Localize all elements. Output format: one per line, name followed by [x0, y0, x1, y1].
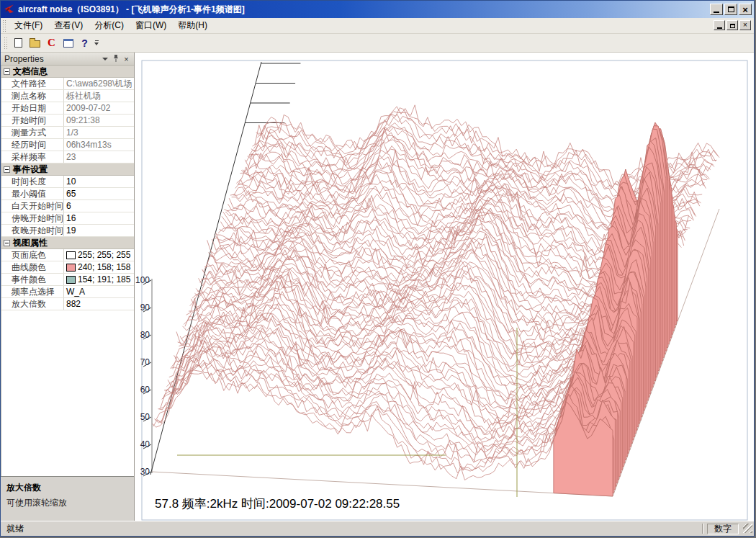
- property-value[interactable]: 2009-07-02: [64, 102, 134, 114]
- resize-grip[interactable]: [743, 524, 752, 533]
- property-value[interactable]: 6: [64, 200, 134, 212]
- statusbar: 就绪 数字: [1, 521, 754, 536]
- collapse-minus-icon[interactable]: [4, 68, 10, 75]
- property-label: 测点名称: [1, 90, 64, 102]
- cursor-readout: 57.8 频率:2kHz 时间:2009-07-02 09:22:28.55: [155, 496, 400, 512]
- property-value-text: 19: [66, 225, 76, 236]
- pin-icon: [112, 55, 120, 63]
- property-row: 白天开始时间6: [1, 200, 134, 212]
- panel-menu-button[interactable]: [99, 54, 110, 64]
- panel-close-button[interactable]: ×: [121, 54, 132, 64]
- minimize-button[interactable]: [710, 4, 723, 15]
- open-file-button[interactable]: [27, 35, 43, 51]
- property-value-text: 255; 255; 255: [78, 249, 130, 261]
- properties-button[interactable]: [60, 35, 76, 51]
- toolbar-grip[interactable]: [4, 37, 7, 49]
- properties-panel-header[interactable]: Properties ×: [1, 53, 134, 66]
- property-value[interactable]: W_A: [64, 286, 134, 297]
- property-value[interactable]: 23: [64, 151, 134, 163]
- menu-analysis[interactable]: 分析(C): [89, 17, 130, 34]
- titlebar[interactable]: aircraft noise（ISO3891） - [飞机噪声分析1-事件1频谱…: [1, 1, 754, 18]
- status-num-indicator: 数字: [707, 524, 739, 534]
- property-value[interactable]: 154; 191; 185: [64, 274, 134, 285]
- property-row: 开始时间09:21:38: [1, 115, 134, 127]
- help-button[interactable]: ?: [76, 35, 93, 51]
- menubar-grip[interactable]: [3, 20, 6, 32]
- collapse-minus-icon[interactable]: [4, 166, 10, 173]
- status-ready-text: 就绪: [1, 523, 702, 535]
- db-tick-label: 30: [140, 467, 150, 477]
- menu-view[interactable]: 查看(V): [48, 17, 89, 34]
- property-value[interactable]: 1/3: [64, 127, 134, 138]
- calculate-button[interactable]: C: [43, 35, 60, 51]
- maximize-button[interactable]: [724, 4, 737, 15]
- property-grid: 文档信息文件路径C:\awa6298\机场测点名称栎社机场开始日期2009-07…: [1, 66, 134, 476]
- property-label: 采样频率: [1, 151, 64, 163]
- menu-window[interactable]: 窗口(W): [130, 17, 172, 34]
- property-row: 经历时间06h34m13s: [1, 139, 134, 151]
- mdi-close-button[interactable]: ×: [739, 20, 751, 30]
- property-label: 白天开始时间: [1, 200, 64, 212]
- close-button[interactable]: ×: [739, 4, 752, 15]
- property-label: 时间长度: [1, 176, 64, 187]
- property-value-text: 882: [66, 298, 81, 310]
- db-tick-label: 40: [140, 439, 150, 449]
- chevron-down-icon: [94, 42, 99, 45]
- color-swatch: [66, 264, 76, 272]
- property-value[interactable]: 882: [64, 298, 134, 310]
- menu-help[interactable]: 帮助(H): [172, 17, 213, 34]
- property-value[interactable]: 255; 255; 255: [64, 249, 134, 261]
- property-row: 页面底色255; 255; 255: [1, 249, 134, 261]
- toolbar-overflow-button[interactable]: [94, 40, 99, 45]
- property-label: 文件路径: [1, 78, 64, 89]
- property-help-text: 可使用滚轮缩放: [6, 497, 128, 509]
- color-swatch: [66, 251, 76, 259]
- property-value[interactable]: C:\awa6298\机场: [64, 78, 134, 89]
- property-value-text: 栎社机场: [66, 90, 101, 102]
- property-help-box: 放大倍数 可使用滚轮缩放: [1, 476, 134, 521]
- property-value[interactable]: 栎社机场: [64, 90, 134, 102]
- new-document-icon: [14, 38, 22, 48]
- maximize-icon: [728, 6, 734, 12]
- panel-pin-button[interactable]: [110, 54, 121, 64]
- property-value[interactable]: 10: [64, 176, 134, 187]
- section-header-view-props[interactable]: 视图属性: [1, 237, 134, 249]
- property-label: 最小阈值: [1, 188, 64, 199]
- collapse-minus-icon[interactable]: [4, 240, 10, 246]
- section-header-event-settings[interactable]: 事件设置: [1, 163, 134, 176]
- section-header-doc-info[interactable]: 文档信息: [1, 66, 134, 78]
- spectrogram-3d-plot[interactable]: 10090807060504030: [135, 53, 755, 522]
- section-title: 事件设置: [13, 163, 48, 176]
- property-value[interactable]: 240; 158; 158: [64, 261, 134, 273]
- restore-icon: [730, 24, 735, 28]
- db-tick-label: 80: [140, 330, 150, 340]
- property-value-text: 06h34m13s: [66, 139, 112, 151]
- open-folder-icon: [30, 40, 40, 48]
- new-document-button[interactable]: [10, 35, 27, 51]
- property-row: 测量方式1/3: [1, 127, 134, 139]
- db-tick-label: 60: [140, 385, 150, 395]
- property-value[interactable]: 65: [64, 188, 134, 199]
- section-title: 视图属性: [13, 237, 48, 249]
- property-value-text: 1/3: [66, 127, 78, 138]
- property-value-text: W_A: [66, 286, 85, 297]
- property-value[interactable]: 06h34m13s: [64, 139, 134, 151]
- property-label: 放大倍数: [1, 298, 64, 310]
- properties-window-icon: [63, 39, 73, 48]
- window-title: aircraft noise（ISO3891） - [飞机噪声分析1-事件1频谱…: [18, 4, 245, 16]
- mdi-restore-button[interactable]: [726, 20, 738, 30]
- property-value-text: 65: [66, 188, 76, 199]
- chevron-down-icon: [102, 58, 108, 60]
- property-value-text: 240; 158; 158: [78, 261, 130, 273]
- property-label: 频率点选择: [1, 286, 64, 297]
- property-value[interactable]: 09:21:38: [64, 115, 134, 126]
- property-value[interactable]: 16: [64, 212, 134, 224]
- property-label: 事件颜色: [1, 274, 64, 285]
- menu-file[interactable]: 文件(F): [9, 17, 48, 34]
- color-swatch: [66, 276, 76, 284]
- property-value-text: 154; 191; 185: [78, 274, 130, 285]
- property-row: 最小阈值65: [1, 188, 134, 200]
- property-value[interactable]: 19: [64, 225, 134, 236]
- mdi-minimize-button[interactable]: [714, 20, 725, 30]
- property-row: 采样频率23: [1, 151, 134, 163]
